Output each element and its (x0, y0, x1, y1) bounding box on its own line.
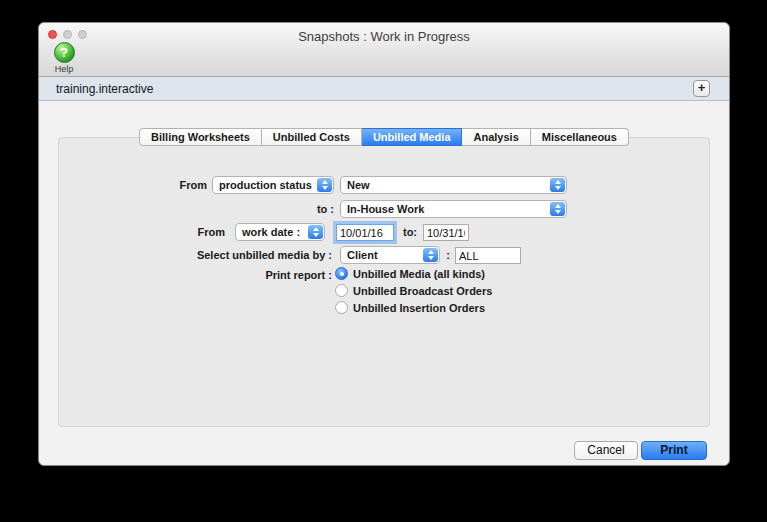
radio-unbilled-broadcast[interactable]: Unbilled Broadcast Orders (335, 283, 492, 298)
radio-selected-icon[interactable] (335, 267, 348, 280)
popup-stepper-icon (550, 178, 565, 192)
date-from-input[interactable] (336, 224, 394, 241)
help-button[interactable]: ? Help (48, 42, 80, 74)
select-by-value-input[interactable] (455, 247, 521, 264)
radio-unbilled-media[interactable]: Unbilled Media (all kinds) (335, 266, 485, 281)
status-to-label: to : (284, 203, 334, 215)
titlebar: Snapshots : Work in Progress ? Help (39, 23, 729, 77)
cancel-button[interactable]: Cancel (574, 441, 638, 460)
select-by-separator: : (444, 249, 452, 261)
date-to-label: to: (399, 226, 421, 238)
status-to-popup[interactable]: In-House Work (340, 200, 567, 218)
date-from-label: From (181, 226, 225, 238)
radio-unbilled-insertion[interactable]: Unbilled Insertion Orders (335, 300, 485, 315)
date-field-popup[interactable]: work date : (235, 223, 325, 241)
select-by-popup[interactable]: Client (340, 246, 440, 264)
tab-billing-worksheets[interactable]: Billing Worksheets (139, 128, 262, 146)
status-from-label: From (163, 179, 207, 191)
popup-stepper-icon (550, 202, 565, 216)
status-from-popup[interactable]: New (340, 176, 567, 194)
status-field-popup[interactable]: production status : (212, 176, 334, 194)
select-by-label: Select unbilled media by : (119, 249, 332, 261)
tab-miscellaneous[interactable]: Miscellaneous (531, 128, 629, 146)
tab-bar: Billing Worksheets Unbilled Costs Unbill… (139, 128, 629, 146)
help-label: Help (48, 64, 80, 74)
window-title: Snapshots : Work in Progress (39, 29, 729, 44)
popup-stepper-icon (423, 248, 438, 262)
help-icon: ? (54, 42, 75, 63)
tab-unbilled-costs[interactable]: Unbilled Costs (262, 128, 362, 146)
tab-unbilled-media[interactable]: Unbilled Media (362, 128, 463, 146)
snapshots-window: Snapshots : Work in Progress ? Help trai… (38, 22, 730, 466)
unbilled-media-panel: From production status : New to : In-Hou… (58, 137, 710, 427)
popup-stepper-icon (317, 178, 332, 192)
print-button[interactable]: Print (641, 441, 707, 460)
account-name: training.interactive (56, 82, 153, 96)
date-to-input[interactable] (423, 224, 469, 241)
radio-unselected-icon[interactable] (335, 284, 348, 297)
popup-stepper-icon (308, 225, 323, 239)
radio-unselected-icon[interactable] (335, 301, 348, 314)
account-bar[interactable]: training.interactive + (39, 77, 729, 101)
print-report-label: Print report : (179, 269, 332, 281)
tab-analysis[interactable]: Analysis (463, 128, 531, 146)
add-button[interactable]: + (693, 80, 710, 97)
